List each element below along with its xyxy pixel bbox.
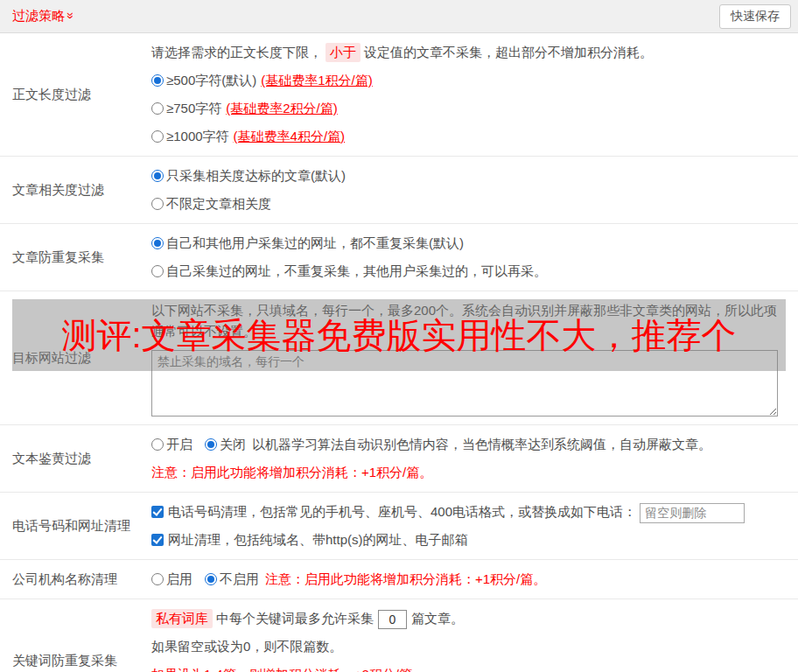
row-dedup-collection: 文章防重复采集 自己和其他用户采集过的网址，都不重复采集(默认) 自己采集过的网… [0, 224, 798, 291]
row-content-length-filter: 正文长度过滤 请选择需求的正文长度下限，小于设定值的文章不采集，超出部分不增加积… [0, 33, 798, 157]
radio-porn-off[interactable] [205, 438, 217, 451]
relevance-option-any[interactable]: 不限定文章相关度 [151, 194, 791, 214]
company-cost-note: 注意：启用此功能将增加积分消耗：+1积分/篇。 [265, 571, 546, 586]
replacement-phone-input[interactable] [640, 503, 745, 523]
row-label: 电话号码和网址清理 [0, 493, 151, 559]
less-than-chip: 小于 [326, 43, 360, 62]
phone-cleanup-option: 电话号码清理，包括常见的手机号、座机号、400电话格式，或替换成如下电话： [151, 502, 791, 522]
fee-note-500: (基础费率1积分/篇) [261, 73, 373, 88]
porn-filter-cost-note: 注意：启用此功能将增加积分消耗：+1积分/篇。 [151, 463, 791, 482]
row-label: 文本鉴黄过滤 [0, 425, 151, 492]
row-content: 请选择需求的正文长度下限，小于设定值的文章不采集，超出部分不增加积分消耗。 ≥5… [151, 33, 798, 156]
relevance-option-strict[interactable]: 只采集相关度达标的文章(默认) [151, 166, 791, 186]
radio-500-chars[interactable] [151, 74, 164, 87]
length-option-1000[interactable]: ≥1000字符(基础费率4积分/篇) [151, 127, 791, 146]
row-content: 开启关闭以机器学习算法自动识别色情内容，当色情概率达到系统阈值，自动屏蔽文章。 … [151, 425, 798, 492]
row-phone-url-cleanup: 电话号码和网址清理 电话号码清理，包括常见的手机号、座机号、400电话格式，或替… [0, 493, 798, 560]
row-relevance-filter: 文章相关度过滤 只采集相关度达标的文章(默认) 不限定文章相关度 [0, 157, 798, 224]
row-content: 自己和其他用户采集过的网址，都不重复采集(默认) 自己采集过的网址，不重复采集，… [151, 224, 798, 290]
keyword-cost-note: 如果设为1-4篇，则增加积分消耗：+2积分/篇。 [151, 665, 791, 672]
radio-1000-chars[interactable] [151, 130, 164, 143]
row-label: 关键词防重复采集 [0, 599, 151, 672]
row-content: 私有词库中每个关键词最多允许采集篇文章。 如果留空或设为0，则不限篇数。 如果设… [151, 599, 798, 672]
length-option-500[interactable]: ≥500字符(默认)(基础费率1积分/篇) [151, 71, 791, 90]
row-keyword-dedup: 关键词防重复采集 私有词库中每个关键词最多允许采集篇文章。 如果留空或设为0，则… [0, 599, 798, 672]
radio-750-chars[interactable] [151, 102, 164, 115]
url-cleanup-option: 网址清理，包括纯域名、带http(s)的网址、电子邮箱 [151, 530, 791, 550]
radio-dedup-all-users[interactable] [151, 237, 164, 249]
header-bar: 过滤策略» 快速保存 [0, 0, 798, 33]
filter-strategy-page: 过滤策略» 快速保存 正文长度过滤 请选择需求的正文长度下限，小于设定值的文章不… [0, 0, 798, 672]
radio-company-off[interactable] [205, 573, 217, 585]
row-porn-filter: 文本鉴黄过滤 开启关闭以机器学习算法自动识别色情内容，当色情概率达到系统阈值，自… [0, 425, 798, 493]
row-content: 只采集相关度达标的文章(默认) 不限定文章相关度 [151, 157, 798, 223]
company-cleanup-options: 启用不启用注意：启用此功能将增加积分消耗：+1积分/篇。 [151, 570, 791, 589]
length-option-750[interactable]: ≥750字符(基础费率2积分/篇) [151, 99, 791, 118]
radio-relevance-any[interactable] [151, 198, 164, 210]
dedup-option-self-only[interactable]: 自己采集过的网址，不重复采集，其他用户采集过的，可以再采。 [151, 262, 791, 281]
row-label: 公司机构名称清理 [0, 560, 151, 598]
radio-porn-on[interactable] [151, 438, 164, 451]
row-target-site-filter: 目标网站过滤 以下网站不采集，只填域名，每行一个，最多200个。系统会自动识别并… [0, 291, 798, 425]
porn-filter-description: 以机器学习算法自动识别色情内容，当色情概率达到系统阈值，自动屏蔽文章。 [252, 437, 711, 452]
row-content: 以下网站不采集，只填域名，每行一个，最多200个。系统会自动识别并屏蔽那些非文章… [151, 291, 798, 424]
keyword-zero-note: 如果留空或设为0，则不限篇数。 [151, 637, 791, 656]
radio-company-on[interactable] [151, 573, 164, 585]
row-content: 电话号码清理，包括常见的手机号、座机号、400电话格式，或替换成如下电话： 网址… [151, 493, 798, 559]
row-label: 文章相关度过滤 [0, 157, 151, 223]
fee-note-750: (基础费率2积分/篇) [226, 101, 338, 116]
checkbox-phone-cleanup[interactable] [151, 506, 164, 518]
quick-save-button[interactable]: 快速保存 [719, 4, 791, 29]
row-content: 启用不启用注意：启用此功能将增加积分消耗：+1积分/篇。 [151, 560, 798, 598]
row-label: 目标网站过滤 [0, 291, 151, 424]
radio-relevance-strict[interactable] [151, 170, 164, 182]
row-label: 正文长度过滤 [0, 33, 151, 156]
dedup-option-all-users[interactable]: 自己和其他用户采集过的网址，都不重复采集(默认) [151, 234, 791, 253]
page-title[interactable]: 过滤策略» [12, 8, 74, 24]
blocked-domains-textarea[interactable] [151, 350, 778, 416]
porn-filter-options: 开启关闭以机器学习算法自动识别色情内容，当色情概率达到系统阈值，自动屏蔽文章。 [151, 435, 791, 454]
row-company-name-cleanup: 公司机构名称清理 启用不启用注意：启用此功能将增加积分消耗：+1积分/篇。 [0, 560, 798, 599]
fee-note-1000: (基础费率4积分/篇) [234, 129, 346, 144]
private-thesaurus-chip[interactable]: 私有词库 [151, 609, 213, 628]
length-filter-description: 请选择需求的正文长度下限，小于设定值的文章不采集，超出部分不增加积分消耗。 [151, 43, 791, 62]
target-site-description: 以下网站不采集，只填域名，每行一个，最多200个。系统会自动识别并屏蔽那些非文章… [151, 300, 781, 342]
page-title-text: 过滤策略 [12, 8, 65, 23]
chevron-double-down-icon: » [64, 12, 78, 19]
keyword-max-count-input[interactable] [378, 610, 407, 629]
keyword-limit-line: 私有词库中每个关键词最多允许采集篇文章。 [151, 609, 791, 628]
row-label: 文章防重复采集 [0, 224, 151, 290]
radio-dedup-self-only[interactable] [151, 265, 164, 277]
checkbox-url-cleanup[interactable] [151, 534, 164, 546]
